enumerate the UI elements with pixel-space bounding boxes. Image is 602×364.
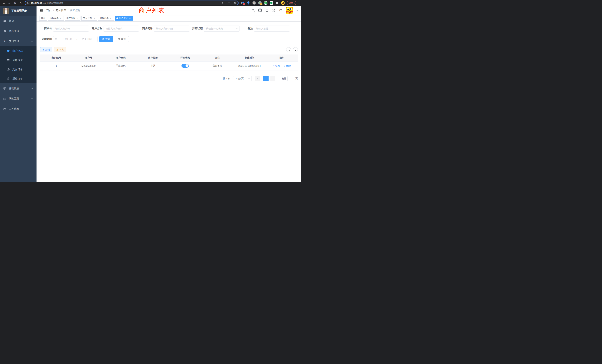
sidebar-item-label: 首页 bbox=[9, 19, 14, 23]
edit-link[interactable]: 修改 bbox=[272, 64, 280, 67]
avatar-caret-icon[interactable] bbox=[296, 10, 298, 12]
reset-button[interactable]: 重置 bbox=[115, 36, 129, 42]
sidebar-item-merchant-info[interactable]: 商户信息 bbox=[0, 46, 36, 56]
export-button[interactable]: 导出 bbox=[54, 47, 66, 52]
browser-reload-icon[interactable]: ↻ bbox=[12, 0, 18, 6]
page-suffix-label: 页 bbox=[295, 77, 298, 80]
extensions-area: 10 ⌘ 1 Y bbox=[241, 1, 285, 5]
calendar-icon bbox=[55, 38, 57, 40]
status-select-input[interactable] bbox=[204, 26, 239, 32]
close-icon[interactable] bbox=[76, 17, 79, 20]
password-key-icon[interactable] bbox=[222, 1, 225, 4]
share-icon[interactable] bbox=[228, 1, 230, 4]
tab-user-group[interactable]: 用户分组 bbox=[65, 16, 80, 21]
profile-avatar-emoji[interactable] bbox=[281, 1, 285, 5]
next-page-button[interactable] bbox=[270, 76, 275, 81]
extension-gray-circle-icon[interactable]: 1 bbox=[258, 1, 262, 5]
page-number-1[interactable]: 1 bbox=[263, 76, 269, 81]
extension-blue-diamond-icon[interactable]: 10 bbox=[241, 1, 245, 5]
breadcrumb-current: 商户信息 bbox=[70, 9, 80, 12]
close-icon[interactable] bbox=[109, 17, 112, 20]
breadcrumb-separator: / bbox=[68, 9, 68, 12]
sidebar-collapse-icon[interactable] bbox=[40, 9, 43, 12]
close-icon[interactable] bbox=[129, 17, 131, 20]
sidebar-item-refund-order[interactable]: 退款订单 bbox=[0, 74, 36, 83]
add-button[interactable]: 新增 bbox=[40, 47, 52, 52]
create-time-range-picker[interactable]: 开始日期 - 结束日期 bbox=[53, 36, 97, 42]
tab-pay-order[interactable]: 支付订单 bbox=[81, 16, 97, 21]
fullscreen-icon[interactable] bbox=[272, 9, 276, 12]
sidebar-item-home[interactable]: 首页 bbox=[0, 16, 36, 26]
yen-icon: ¥ bbox=[3, 40, 6, 43]
dashboard-icon bbox=[3, 20, 6, 22]
header-search-icon[interactable] bbox=[251, 9, 255, 12]
tab-label: 流程表单 bbox=[50, 17, 59, 20]
remark-label: 备注 bbox=[239, 27, 254, 30]
sidebar-item-payment[interactable]: ¥ 支付管理 bbox=[0, 36, 36, 46]
delete-link[interactable]: 删除 bbox=[283, 64, 291, 67]
full-name-label: 商户全称 bbox=[89, 27, 103, 30]
tab-process-form[interactable]: 流程表单 bbox=[48, 16, 64, 21]
user-avatar[interactable] bbox=[286, 7, 293, 14]
merchant-no-label: 商户号 bbox=[40, 27, 53, 30]
full-name-input[interactable] bbox=[103, 26, 139, 32]
refresh-table-icon-button[interactable] bbox=[293, 47, 298, 52]
goto-page-input[interactable] bbox=[288, 76, 294, 81]
merchant-table: 商户编号 商户号 商户全称 商户简称 开启状态 备注 创建时间 操作 1 bbox=[40, 54, 298, 70]
pagination: 共 1 条 10条/页 1 前往 页 bbox=[40, 76, 298, 81]
prev-page-button[interactable] bbox=[255, 76, 260, 81]
tab-refund-order[interactable]: 退款订单 bbox=[98, 16, 114, 21]
extension-command-icon[interactable]: ⌘ bbox=[252, 1, 256, 5]
page-size-select[interactable]: 10条/页 bbox=[233, 76, 252, 81]
bookmark-star-icon[interactable] bbox=[233, 1, 236, 4]
toggle-search-icon-button[interactable] bbox=[286, 47, 291, 52]
tab-label: 商户信息 bbox=[119, 17, 128, 20]
chevron-down-icon bbox=[31, 30, 33, 32]
short-name-input[interactable] bbox=[154, 26, 190, 32]
merchant-no-input[interactable] bbox=[53, 26, 89, 32]
tags-view: 首页 流程表单 用户分组 支付订单 退款订单 bbox=[36, 15, 301, 21]
create-time-label: 创建时间 bbox=[40, 37, 53, 41]
tab-merchant-info[interactable]: 商户信息 bbox=[115, 16, 133, 21]
status-select[interactable] bbox=[204, 26, 239, 32]
col-create-time: 创建时间 bbox=[234, 54, 266, 61]
yen-circle-icon bbox=[7, 68, 10, 71]
sidebar: 芋道管理系统 首页 系统管理 ¥ 支付管理 bbox=[0, 6, 36, 182]
sidebar-item-dev-tools[interactable]: 研发工具 bbox=[0, 94, 36, 104]
help-icon[interactable] bbox=[265, 9, 269, 12]
font-size-icon[interactable]: tT bbox=[279, 9, 282, 12]
remark-input[interactable] bbox=[254, 26, 290, 32]
close-icon[interactable] bbox=[93, 17, 96, 20]
browser-back-icon[interactable]: ← bbox=[1, 0, 7, 6]
status-toggle[interactable] bbox=[182, 64, 189, 68]
extension-gem-icon[interactable] bbox=[247, 1, 250, 5]
address-bar[interactable]: localhost:1024/pay/merchant bbox=[25, 0, 238, 5]
browser-home-icon[interactable]: ⌂ bbox=[18, 0, 23, 6]
extension-badge: 10 bbox=[243, 3, 245, 5]
table-toolbar: 新增 导出 bbox=[40, 47, 298, 52]
sidebar-item-system[interactable]: 系统管理 bbox=[0, 26, 36, 36]
breadcrumb-home[interactable]: 首页 bbox=[46, 9, 52, 12]
extension-chat-icon[interactable] bbox=[269, 1, 273, 5]
date-start-placeholder[interactable]: 开始日期 bbox=[58, 37, 76, 41]
breadcrumb-payment[interactable]: 支付管理 bbox=[56, 9, 66, 12]
status-label: 开启状态 bbox=[190, 27, 204, 30]
sidebar-item-app-info[interactable]: 应用信息 bbox=[0, 56, 36, 65]
github-icon[interactable] bbox=[258, 9, 262, 12]
browser-menu-kebab-icon[interactable] bbox=[294, 2, 295, 4]
extension-y-icon[interactable]: Y bbox=[264, 1, 268, 5]
browser-forward-icon[interactable]: → bbox=[7, 0, 12, 6]
monitor-check-icon bbox=[3, 87, 6, 90]
sidebar-item-infrastructure[interactable]: 基础设施 bbox=[0, 83, 36, 94]
sidebar-item-workflow[interactable]: 工作流程 bbox=[0, 104, 36, 114]
page-annotation-title: 商户列表 bbox=[139, 7, 165, 15]
tab-home[interactable]: 首页 bbox=[39, 16, 47, 21]
browser-update-button[interactable]: 更新 bbox=[287, 1, 296, 5]
extensions-puzzle-icon[interactable] bbox=[275, 1, 279, 5]
site-info-icon[interactable] bbox=[27, 2, 30, 4]
search-button[interactable]: 搜索 bbox=[99, 36, 113, 42]
sidebar-item-pay-order[interactable]: 支付订单 bbox=[0, 65, 36, 74]
close-icon[interactable] bbox=[60, 17, 62, 20]
col-status: 开启状态 bbox=[169, 54, 201, 61]
date-end-placeholder[interactable]: 结束日期 bbox=[78, 37, 96, 41]
